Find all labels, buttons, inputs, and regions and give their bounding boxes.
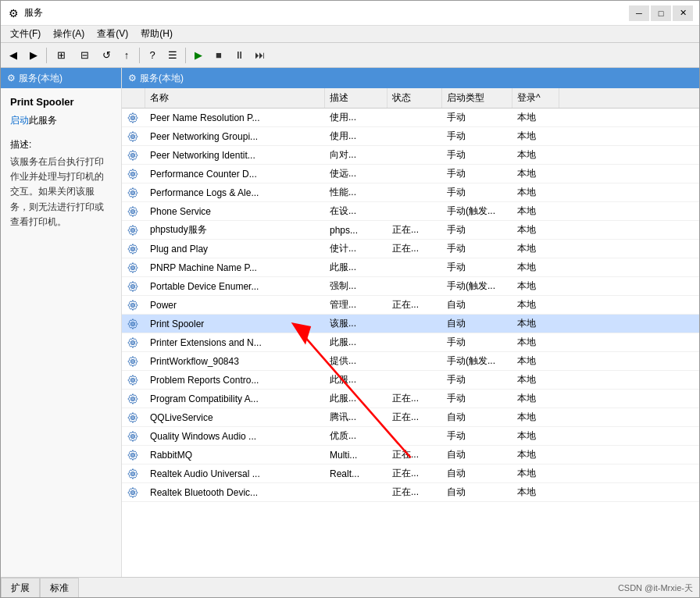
row-login-cell: 本地 (512, 146, 559, 164)
row-name-cell: Problem Reports Contro... (145, 371, 325, 389)
table-row[interactable]: Program Compatibility A...此服...正在...手动本地 (122, 390, 699, 408)
row-login-cell: 本地 (512, 465, 559, 482)
refresh-button[interactable]: ↺ (97, 46, 116, 65)
view-toggle-button[interactable]: ⊞ (50, 46, 72, 65)
svg-point-19 (131, 285, 134, 288)
svg-point-37 (131, 454, 134, 457)
row-name-cell: phpstudy服务 (145, 221, 325, 239)
row-login-cell: 本地 (512, 240, 559, 258)
menu-action[interactable]: 操作(A) (47, 26, 91, 42)
row-login-cell: 本地 (512, 333, 559, 351)
row-starttype-cell: 自动 (442, 446, 512, 464)
menu-help[interactable]: 帮助(H) (134, 26, 179, 42)
services-table[interactable]: 名称 描述 状态 启动类型 登录^ Peer Name Resolution P… (122, 88, 699, 577)
col-icon[interactable] (122, 88, 145, 108)
tab-standard[interactable]: 标准 (40, 578, 79, 598)
svg-point-33 (131, 416, 134, 419)
row-name-cell: PNRP Machine Name P... (145, 258, 325, 276)
svg-point-9 (131, 191, 134, 194)
play-button[interactable]: ▶ (189, 46, 208, 65)
table-row[interactable]: PNRP Machine Name P...此服...手动本地 (122, 258, 699, 277)
svg-point-31 (131, 397, 134, 400)
title-bar-text: 服务 (24, 6, 629, 20)
col-desc[interactable]: 描述 (325, 88, 388, 108)
row-name-cell: Realtek Audio Universal ... (145, 465, 325, 482)
row-login-cell: 本地 (512, 183, 559, 201)
table-row[interactable]: Problem Reports Contro...此服...手动本地 (122, 371, 699, 390)
gear-icon (127, 468, 139, 480)
gear-icon (127, 449, 139, 461)
svg-point-11 (131, 210, 134, 213)
row-status-cell: 正在... (388, 446, 442, 464)
row-desc-cell: 使计... (325, 240, 388, 258)
title-bar-controls: ─ □ ✕ (629, 5, 693, 21)
table-row[interactable]: Peer Name Resolution P...使用...手动本地 (122, 109, 699, 127)
svg-point-17 (131, 266, 134, 269)
gear-icon (127, 187, 139, 199)
table-row[interactable]: Performance Logs & Ale...性能...手动本地 (122, 183, 699, 202)
pause-button[interactable]: ⏸ (230, 46, 248, 65)
col-starttype[interactable]: 启动类型 (442, 88, 512, 108)
toolbar-sep-2 (139, 48, 140, 63)
row-icon-cell (122, 202, 145, 220)
table-row[interactable]: RabbitMQMulti...正在...自动本地 (122, 446, 699, 465)
table-row[interactable]: Quality Windows Audio ...优质...手动本地 (122, 427, 699, 446)
row-status-cell (388, 277, 442, 295)
table-row[interactable]: Printer Extensions and N...此服...手动本地 (122, 333, 699, 352)
row-login-cell: 本地 (512, 258, 559, 276)
svg-point-13 (131, 229, 134, 232)
table-row[interactable]: Power管理...正在...自动本地 (122, 296, 699, 315)
table-row[interactable]: Realtek Audio Universal ...Realt...正在...… (122, 465, 699, 483)
minimize-button[interactable]: ─ (629, 5, 649, 21)
list-button[interactable]: ☰ (163, 46, 182, 65)
forward-button[interactable]: ▶ (24, 46, 43, 65)
row-starttype-cell: 手动 (442, 427, 512, 445)
menu-file[interactable]: 文件(F) (4, 26, 47, 42)
table-row[interactable]: Realtek Bluetooth Devic...正在...自动本地 (122, 483, 699, 502)
row-desc-cell: 此服... (325, 371, 388, 389)
row-icon-cell (122, 165, 145, 183)
table-row[interactable]: Performance Counter D...使远...手动本地 (122, 165, 699, 183)
row-status-cell: 正在... (388, 390, 442, 408)
row-login-cell: 本地 (512, 277, 559, 295)
row-icon-cell (122, 127, 145, 145)
table-row[interactable]: Peer Networking Identit...向对...手动本地 (122, 146, 699, 165)
table-row[interactable]: Phone Service在设...手动(触发...本地 (122, 202, 699, 221)
row-starttype-cell: 手动 (442, 371, 512, 389)
table-row[interactable]: Print Spooler该服...自动本地 (122, 315, 699, 333)
gear-icon (127, 130, 139, 143)
export-button[interactable]: ↑ (117, 46, 136, 65)
row-name-cell: Printer Extensions and N... (145, 333, 325, 351)
table-row[interactable]: Portable Device Enumer...强制...手动(触发...本地 (122, 277, 699, 296)
close-button[interactable]: ✕ (673, 5, 693, 21)
table-header: 名称 描述 状态 启动类型 登录^ (122, 88, 699, 109)
row-starttype-cell: 手动 (442, 183, 512, 201)
col-status[interactable]: 状态 (388, 88, 442, 108)
row-login-cell: 本地 (512, 109, 559, 126)
table-row[interactable]: Plug and Play使计...正在...手动本地 (122, 240, 699, 258)
row-starttype-cell: 手动 (442, 258, 512, 276)
row-login-cell: 本地 (512, 446, 559, 464)
start-service-link[interactable]: 启动 (10, 115, 29, 126)
maximize-button[interactable]: □ (651, 5, 671, 21)
col-login[interactable]: 登录^ (512, 88, 559, 108)
content-header: ⚙ 服务(本地) (122, 68, 699, 88)
view-toggle2-button[interactable]: ⊟ (73, 46, 95, 65)
help-button[interactable]: ? (143, 46, 162, 65)
stop-button[interactable]: ■ (209, 46, 228, 65)
table-row[interactable]: Peer Networking Groupi...使用...手动本地 (122, 127, 699, 146)
gear-icon (127, 393, 139, 405)
sidebar-content: Print Spooler 启动此服务 描述: 该服务在后台执行打印作业并处理与… (1, 88, 121, 577)
back-button[interactable]: ◀ (4, 46, 23, 65)
col-name[interactable]: 名称 (145, 88, 325, 108)
table-row[interactable]: QQLiveService腾讯...正在...自动本地 (122, 408, 699, 427)
row-name-cell: Realtek Bluetooth Devic... (145, 483, 325, 501)
row-status-cell (388, 352, 442, 370)
row-icon-cell (122, 240, 145, 258)
menu-view[interactable]: 查看(V) (91, 26, 134, 42)
table-row[interactable]: PrintWorkflow_90843提供...手动(触发...本地 (122, 352, 699, 371)
table-row[interactable]: phpstudy服务phps...正在...手动本地 (122, 221, 699, 240)
resume-button[interactable]: ⏭ (250, 46, 269, 65)
tab-extended[interactable]: 扩展 (1, 578, 40, 598)
row-status-cell: 正在... (388, 296, 442, 314)
